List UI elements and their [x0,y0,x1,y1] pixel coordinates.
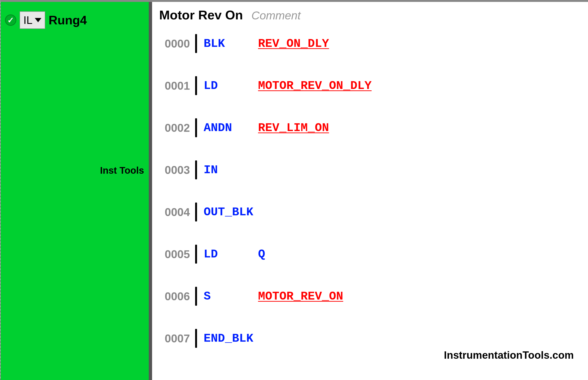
line-separator [195,76,197,95]
check-icon: ✓ [5,14,16,26]
line-separator [195,287,197,306]
line-number: 0002 [159,121,190,134]
rung-header: ✓ IL Rung4 [1,2,149,38]
line-number: 0000 [159,37,190,50]
il-line[interactable]: 0004 OUT_BLK [159,203,581,222]
instruction: ANDN [204,121,258,135]
language-label: IL [23,14,32,26]
chevron-down-icon [35,18,41,22]
operand: Q [258,247,265,261]
line-separator [195,329,197,348]
line-number: 0007 [159,332,190,345]
line-number: 0006 [159,290,190,303]
comment-field[interactable]: Comment [251,9,301,22]
rung-title[interactable]: Motor Rev On [159,8,243,22]
il-line[interactable]: 0006 S MOTOR_REV_ON [159,287,581,306]
line-number: 0003 [159,164,190,176]
il-line[interactable]: 0000 BLK REV_ON_DLY [159,34,581,53]
il-line[interactable]: 0002 ANDN REV_LIM_ON [159,118,581,137]
language-selector[interactable]: IL [20,11,45,29]
rung-name[interactable]: Rung4 [49,13,87,27]
footer-watermark: InstrumentationTools.com [444,349,574,361]
line-separator [195,203,197,222]
operand: REV_ON_DLY [258,37,329,50]
operand: MOTOR_REV_ON_DLY [258,79,372,93]
operand: REV_LIM_ON [258,121,329,135]
instruction: OUT_BLK [204,205,258,219]
rung-sidebar: ✓ IL Rung4 Inst Tools [1,2,149,380]
il-line[interactable]: 0003 IN [159,160,581,179]
line-number: 0004 [159,206,190,219]
editor-container: ✓ IL Rung4 Inst Tools Motor Rev On Comme… [0,0,588,380]
il-editor: Motor Rev On Comment 0000 BLK REV_ON_DLY… [152,2,588,380]
line-separator [195,34,197,53]
il-lines-list: 0000 BLK REV_ON_DLY 0001 LD MOTOR_REV_ON… [159,34,581,348]
line-separator [195,245,197,264]
instruction: LD [204,247,258,261]
instruction: END_BLK [204,332,258,345]
il-line[interactable]: 0005 LD Q [159,245,581,264]
il-line[interactable]: 0007 END_BLK [159,329,581,348]
instruction: BLK [204,37,258,50]
rung-title-row: Motor Rev On Comment [159,8,581,22]
line-number: 0005 [159,248,190,261]
vertical-divider [149,2,152,380]
line-number: 0001 [159,79,190,92]
sidebar-watermark: Inst Tools [100,165,144,176]
instruction: S [204,290,258,303]
line-separator [195,160,197,179]
operand: MOTOR_REV_ON [258,290,343,303]
instruction: LD [204,79,258,93]
line-separator [195,118,197,137]
instruction: IN [204,163,258,177]
il-line[interactable]: 0001 LD MOTOR_REV_ON_DLY [159,76,581,95]
